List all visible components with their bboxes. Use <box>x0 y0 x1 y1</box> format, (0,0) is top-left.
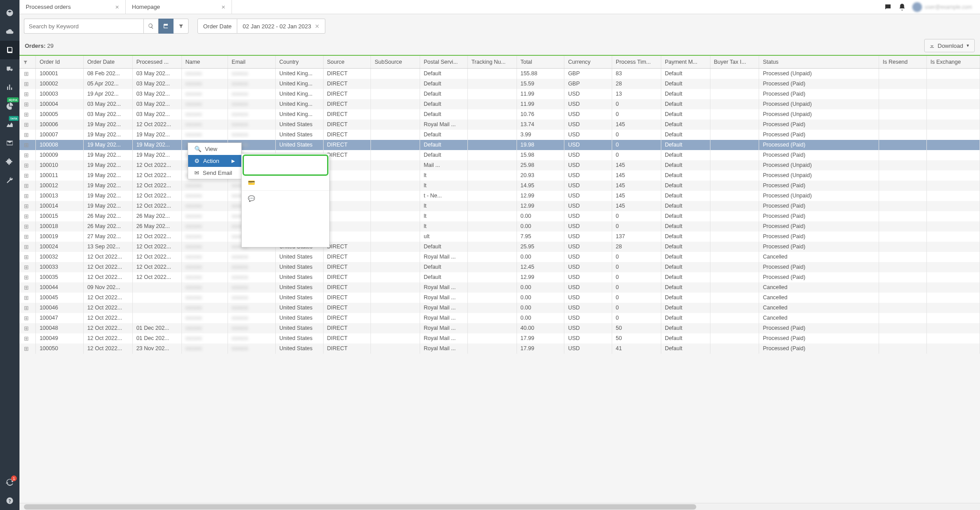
expand-icon[interactable]: ⊞ <box>23 182 29 189</box>
column-header[interactable]: Is Exchange <box>926 56 980 68</box>
table-row[interactable]: ⊞10001219 May 202...12 Oct 2022...xxxxxx… <box>19 181 980 191</box>
logo-icon[interactable] <box>0 4 19 22</box>
column-header[interactable]: Name <box>181 56 228 68</box>
table-row[interactable]: ⊞10002413 Sep 202...12 Oct 2022...xxxxxx… <box>19 242 980 252</box>
table-row[interactable]: ⊞10003212 Oct 2022...12 Oct 2022...xxxxx… <box>19 252 980 262</box>
tab-homepage[interactable]: Homepage × <box>126 0 232 14</box>
table-row[interactable]: ⊞10001119 May 202...12 Oct 2022...xxxxxx… <box>19 170 980 181</box>
table-row[interactable]: ⊞10000205 Apr 202...03 May 202...xxxxxxx… <box>19 79 980 89</box>
table-row[interactable]: ⊞10001019 May 202...12 Oct 2022...xxxxxx… <box>19 160 980 170</box>
expand-icon[interactable]: ⊞ <box>23 162 29 169</box>
table-row[interactable]: ⊞10000619 May 202...12 Oct 2022...xxxxxx… <box>19 120 980 130</box>
context-submenu-item[interactable]: ↪Returns, Exchanges & Resends <box>243 155 328 176</box>
expand-icon[interactable]: ⊞ <box>23 294 29 301</box>
column-header[interactable]: Buyer Tax I... <box>710 56 759 68</box>
expand-icon[interactable]: ⊞ <box>23 254 29 260</box>
table-row[interactable]: ⊞10004409 Nov 202...xxxxxxxxxxxxUnited S… <box>19 282 980 293</box>
table-row[interactable]: ⊞10001319 May 202...12 Oct 2022...xxxxxx… <box>19 191 980 201</box>
column-header[interactable]: Country <box>276 56 324 68</box>
column-header[interactable]: Source <box>323 56 371 68</box>
expand-icon[interactable]: ⊞ <box>23 111 29 118</box>
column-header[interactable]: Currency <box>564 56 612 68</box>
table-row[interactable]: ⊞10001927 May 202...12 Oct 2022...xxxxxx… <box>19 232 980 242</box>
close-icon[interactable]: × <box>221 3 225 11</box>
help-icon[interactable] <box>0 491 19 510</box>
chat-icon[interactable] <box>884 3 892 11</box>
expand-icon[interactable]: ⊞ <box>23 203 29 209</box>
expand-icon[interactable]: ⊞ <box>23 142 29 148</box>
column-header[interactable]: Process Tim... <box>612 56 661 68</box>
bell-icon[interactable] <box>898 3 906 11</box>
filter-button[interactable] <box>174 19 189 34</box>
expand-icon[interactable]: ⊞ <box>23 131 29 138</box>
truck-icon[interactable] <box>0 59 19 78</box>
expand-icon[interactable]: ⊞ <box>23 223 29 230</box>
expand-icon[interactable]: ⊞ <box>23 233 29 240</box>
column-header[interactable]: Order Id <box>36 56 84 68</box>
table-row[interactable]: ⊞10000819 May 202...19 May 202...xxxxxxx… <box>19 140 980 150</box>
context-submenu-item[interactable]: 💬Add Note <box>242 193 329 205</box>
expand-icon[interactable]: ⊞ <box>23 305 29 311</box>
column-header[interactable]: Processed ... <box>132 56 181 68</box>
table-row[interactable]: ⊞10005012 Oct 2022...23 Nov 202...xxxxxx… <box>19 344 980 354</box>
expand-icon[interactable]: ⊞ <box>23 274 29 281</box>
calendar-button[interactable] <box>158 19 174 34</box>
context-menu-item[interactable]: ⚙Action▶↪Returns, Exchanges & Resends💳Re… <box>188 155 241 167</box>
horizontal-scrollbar[interactable] <box>19 503 980 510</box>
table-row[interactable]: ⊞10004912 Oct 2022...01 Dec 202...xxxxxx… <box>19 333 980 344</box>
mail-icon[interactable] <box>0 134 19 152</box>
column-header[interactable]: Email <box>228 56 276 68</box>
search-button[interactable] <box>143 19 158 34</box>
expand-icon[interactable]: ⊞ <box>23 152 29 158</box>
table-row[interactable]: ⊞10003312 Oct 2022...12 Oct 2022...xxxxx… <box>19 262 980 272</box>
column-header[interactable]: Postal Servi... <box>420 56 468 68</box>
pie-icon[interactable]: alpha <box>0 97 19 115</box>
expand-icon[interactable]: ⊞ <box>23 81 29 87</box>
context-menu-item[interactable]: ✉Send Email <box>188 167 241 179</box>
expand-icon[interactable]: ⊞ <box>23 335 29 342</box>
expand-icon[interactable]: ⊞ <box>23 193 29 199</box>
user-menu[interactable]: user@example.com <box>912 2 972 12</box>
date-filter-value[interactable]: 02 Jan 2022 - 02 Jan 2023 ✕ <box>237 19 325 34</box>
context-menu-item[interactable]: 🔍View <box>188 143 241 155</box>
table-row[interactable]: ⊞10001526 May 202...26 May 202...xxxxxxx… <box>19 211 980 221</box>
wrench-icon[interactable] <box>0 171 19 189</box>
column-header[interactable]: Is Resend <box>879 56 927 68</box>
table-row[interactable]: ⊞10004512 Oct 2022...xxxxxxxxxxxxUnited … <box>19 293 980 303</box>
table-row[interactable]: ⊞10000719 May 202...19 May 202...xxxxxxx… <box>19 130 980 140</box>
context-submenu-item[interactable]: 🖨Reprint Specific Invoice▶ <box>242 228 329 247</box>
context-submenu-item[interactable]: 🖨Reprint Label <box>242 205 329 216</box>
expand-icon[interactable]: ⊞ <box>23 91 29 97</box>
expand-icon[interactable]: ⊞ <box>23 70 29 77</box>
table-row[interactable]: ⊞10000503 May 202...03 May 202...xxxxxxx… <box>19 109 980 120</box>
context-submenu-item[interactable]: 🖨Reprint Invoice <box>242 216 329 228</box>
expand-icon[interactable]: ⊞ <box>23 101 29 108</box>
table-row[interactable]: ⊞10000403 May 202...03 May 202...xxxxxxx… <box>19 99 980 109</box>
column-header[interactable]: Tracking Nu... <box>467 56 517 68</box>
chart-icon[interactable] <box>0 78 19 97</box>
column-header[interactable]: SubSource <box>371 56 420 68</box>
expand-icon[interactable]: ⊞ <box>23 345 29 352</box>
context-submenu-item[interactable]: 💳Refunds <box>242 177 329 189</box>
expand-icon[interactable]: ⊞ <box>23 325 29 332</box>
table-row[interactable]: ⊞10004812 Oct 2022...01 Dec 202...xxxxxx… <box>19 323 980 333</box>
expand-icon[interactable]: ⊞ <box>23 264 29 270</box>
date-filter-label[interactable]: Order Date <box>197 19 237 34</box>
puzzle-icon[interactable] <box>0 152 19 171</box>
table-row[interactable]: ⊞10000919 May 202...19 May 202...xxxxxxx… <box>19 150 980 160</box>
refresh-icon[interactable]: 1 <box>0 473 19 491</box>
expand-icon[interactable]: ⊞ <box>23 213 29 220</box>
expand-icon[interactable]: ⊞ <box>23 121 29 128</box>
expand-icon[interactable]: ⊞ <box>23 315 29 321</box>
table-row[interactable]: ⊞10004612 Oct 2022...xxxxxxxxxxxxUnited … <box>19 303 980 313</box>
table-row[interactable]: ⊞10004712 Oct 2022...xxxxxxxxxxxxUnited … <box>19 313 980 323</box>
column-header[interactable]: Total <box>517 56 564 68</box>
area-chart-icon[interactable]: beta <box>0 115 19 134</box>
search-input[interactable] <box>24 19 143 34</box>
column-header[interactable]: Status <box>759 56 879 68</box>
table-row[interactable]: ⊞10000108 Feb 202...03 May 202...xxxxxxx… <box>19 68 980 79</box>
clear-date-icon[interactable]: ✕ <box>315 23 320 30</box>
table-row[interactable]: ⊞10001826 May 202...26 May 202...xxxxxxx… <box>19 221 980 232</box>
table-row[interactable]: ⊞10001419 May 202...12 Oct 2022...xxxxxx… <box>19 201 980 211</box>
book-icon[interactable] <box>0 41 19 59</box>
